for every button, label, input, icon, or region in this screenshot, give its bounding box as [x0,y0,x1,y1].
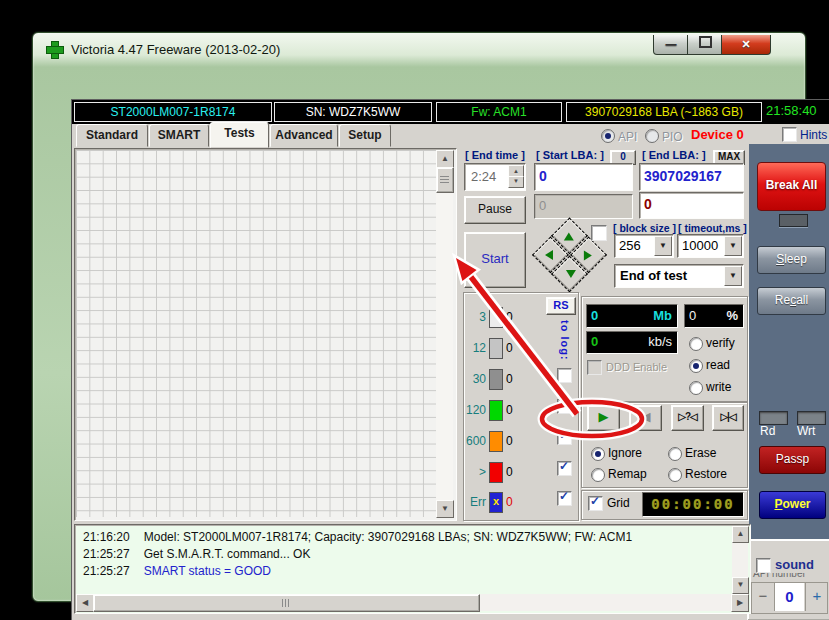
start-lba-input[interactable]: 0 [534,163,633,191]
tab-smart[interactable]: SMART [149,124,209,147]
scroll-down-icon[interactable]: ▼ [732,577,749,594]
start-lba-label: [ Start LBA: ] [536,149,604,161]
verify-radio[interactable] [689,337,703,351]
errors-value: 0 [644,196,652,212]
spin-down-icon[interactable]: ▼ [508,176,524,188]
api-radio[interactable] [601,129,615,143]
read-radio[interactable] [689,359,703,373]
pio-radio[interactable] [645,129,659,143]
wrt-label: Wrt [797,424,815,438]
rs-button[interactable]: RS [546,297,576,315]
speed-row-label: 12 [463,341,486,355]
log-panel: 21:16:20Model: ST2000LM007-1R8174; Capac… [74,524,751,614]
start-lba-value: 0 [539,168,547,184]
dropdown-arrow-icon[interactable]: ▼ [724,236,742,256]
app-window: Victoria 4.47 Freeware (2013-02-20) — ✕ … [32,32,806,602]
remap-radio[interactable] [591,468,605,482]
pause-button[interactable]: Pause [464,196,526,224]
log-text: Model: ST2000LM007-1R8174; Capacity: 390… [144,530,632,544]
scan-grid[interactable] [76,150,436,517]
speed-unit: kb/s [648,334,672,349]
rd-label: Rd [760,424,775,438]
scan-question-button[interactable]: ▷?◁ [671,405,704,431]
log-30-checkbox[interactable] [557,368,572,383]
log-120-checkbox[interactable] [557,399,572,414]
hints-checkbox[interactable] [782,127,797,142]
mb-value: 0 [591,308,598,323]
scroll-left-icon[interactable]: ◀ [76,594,94,612]
minimize-button[interactable]: — [653,35,689,55]
write-label: write [706,380,731,394]
log-err-checkbox[interactable] [557,491,572,506]
sound-checkbox[interactable] [756,558,771,573]
current-lba-field: 0 [534,194,633,219]
scroll-up-icon[interactable]: ▲ [732,526,749,543]
log-vscrollbar[interactable]: ▲ ▼ [732,526,748,592]
window-title: Victoria 4.47 Freeware (2013-02-20) [71,42,280,57]
passp-button[interactable]: Passp [759,446,826,474]
arrow-down-icon [566,270,576,278]
maximize-icon [699,36,712,48]
block-size-value: 256 [619,238,641,253]
power-label: ower [783,497,811,511]
speed-row-swatch [489,307,503,328]
log-600-checkbox[interactable] [557,430,572,445]
start-button[interactable]: Start [464,232,526,288]
recall-button[interactable]: Recall [757,287,826,315]
erase-radio[interactable] [668,447,682,461]
sleep-button[interactable]: Sleep [757,246,826,274]
end-time-spinner[interactable]: 2:24 ▲ ▼ [464,163,526,191]
api-number-label-clipped: API number [751,573,823,581]
block-size-select[interactable]: 256 ▼ [614,234,674,258]
speed-row-swatch [489,400,503,421]
speed-row-swatch [489,431,503,452]
restore-radio[interactable] [668,468,682,482]
dropdown-arrow-icon[interactable]: ▼ [724,266,742,286]
tab-tests[interactable]: Tests [210,122,269,148]
ddd-enable-checkbox[interactable] [587,360,602,375]
grid-checkbox[interactable] [588,496,603,511]
title-bar[interactable]: Victoria 4.47 Freeware (2013-02-20) — ✕ [33,33,805,67]
end-lba-value: 3907029167 [644,168,722,184]
end-action-select[interactable]: End of test ▼ [614,264,744,288]
tab-standard[interactable]: Standard [76,124,148,147]
log-hscrollbar[interactable]: ◀ ▶ [76,594,748,611]
log-over-checkbox[interactable] [557,461,572,476]
verify-label: verify [706,336,735,350]
tab-setup[interactable]: Setup [339,124,391,147]
scrollbar-thumb[interactable] [436,167,454,193]
scroll-up-icon[interactable]: ▲ [436,150,454,168]
arrow-right-icon [584,251,592,261]
speed-row-label: 600 [463,434,486,448]
break-all-button[interactable]: Break All [757,162,826,211]
hscroll-thumb[interactable] [93,594,480,612]
sound-label: sound [775,557,814,572]
close-button[interactable]: ✕ [721,35,771,55]
sleep-label: leep [784,252,807,266]
api-label: API [618,130,637,144]
tab-advanced[interactable]: Advanced [270,124,338,147]
api-number-stepper: − 0 + [751,582,828,614]
maximize-button[interactable] [687,35,723,55]
thumb-grip [282,599,283,607]
speed-row-label: Err [463,495,486,509]
end-lba-input[interactable]: 3907029167 [639,163,744,191]
to-log-label: to log: [559,320,571,361]
scroll-down-icon[interactable]: ▼ [436,500,454,518]
power-button[interactable]: Power [759,491,826,519]
write-radio[interactable] [689,381,703,395]
drive-capacity: 3907029168 LBA (~1863 GB) [566,102,762,122]
dropdown-arrow-icon[interactable]: ▼ [654,236,672,256]
stepper-minus-button[interactable]: − [752,583,775,611]
percent-unit: % [726,308,738,323]
timeout-select[interactable]: 10000 ▼ [677,234,744,258]
pad-option-checkbox[interactable] [591,225,607,241]
play-button[interactable]: ▶ [587,405,620,431]
seek-end-button[interactable]: ▷|◁ [712,405,744,431]
stepper-plus-button[interactable]: + [805,583,828,611]
scroll-right-icon[interactable]: ▶ [731,594,749,612]
speed-row-count: 0 [506,341,513,355]
scan-grid-scrollbar[interactable]: ▲ ▼ [436,150,453,517]
back-button[interactable]: ◀ [629,405,662,431]
ignore-radio[interactable] [591,447,605,461]
